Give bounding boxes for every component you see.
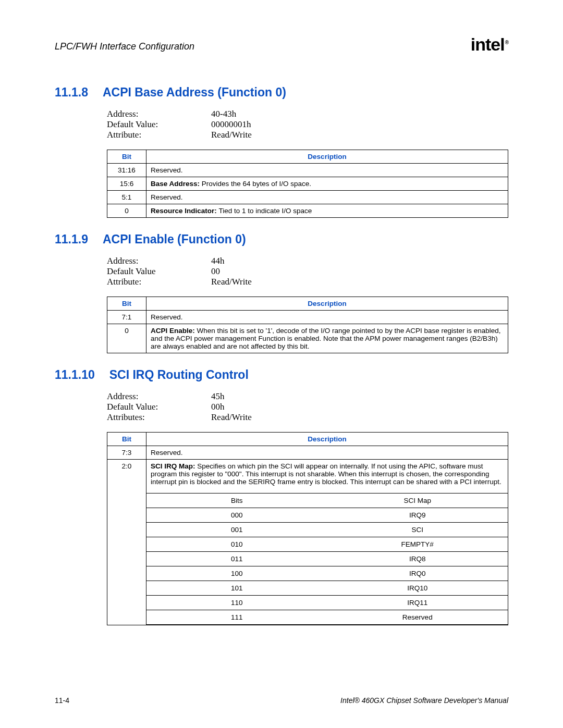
desc-bold: Resource Indicator: <box>151 207 219 215</box>
bit-table-1119: Bit Description 7:1Reserved. 0ACPI Enabl… <box>107 297 508 353</box>
sub-row: 101IRQ10 <box>146 581 508 596</box>
section-number: 11.1.10 <box>55 368 95 382</box>
section-title: ACPI Base Address (Function 0) <box>103 85 286 100</box>
attr-list-11110: Address:45h Default Value:00h Attributes… <box>107 391 508 423</box>
sub-th: SCI Map <box>327 493 508 508</box>
sub-cell: IRQ0 <box>327 566 508 581</box>
attr-label: Default Value <box>107 266 211 277</box>
bit-cell: 31:16 <box>107 164 146 177</box>
intel-logo-text: intel <box>471 34 505 54</box>
table-row: 7:1Reserved. <box>107 311 508 324</box>
section-heading-11110: 11.1.10 SCI IRQ Routing Control <box>55 368 508 382</box>
sub-row: 001SCI <box>146 523 508 537</box>
sub-cell: 110 <box>146 596 327 610</box>
attr-value: 45h <box>211 391 225 402</box>
sub-cell: FEMPTY# <box>327 537 508 552</box>
sci-map-table: BitsSCI Map 000IRQ9 001SCI 010FEMPTY# 01… <box>146 493 508 625</box>
th-desc: Description <box>146 433 508 446</box>
sub-row: 110IRQ11 <box>146 596 508 610</box>
desc-cell: Resource Indicator: Tied to 1 to indicat… <box>146 204 508 218</box>
sub-cell: 000 <box>146 508 327 523</box>
header-title: LPC/FWH Interface Configuration <box>55 41 194 52</box>
section-heading-1118: 11.1.8 ACPI Base Address (Function 0) <box>55 85 508 100</box>
sub-cell: IRQ8 <box>327 552 508 566</box>
section-heading-1119: 11.1.9 ACPI Enable (Function 0) <box>55 232 508 246</box>
attr-value: 00h <box>211 402 225 412</box>
bit-cell: 0 <box>107 204 146 218</box>
th-bit: Bit <box>107 297 146 311</box>
desc-text: When this bit is set to '1', decode of t… <box>151 327 501 350</box>
table-row: 5:1Reserved. <box>107 191 508 204</box>
attr-value: Read/Write <box>211 412 252 423</box>
desc-text: Provides the 64 bytes of I/O space. <box>202 180 311 188</box>
desc-bold: SCI IRQ Map: <box>151 462 197 470</box>
desc-text: Reserved. <box>151 193 183 201</box>
desc-text: Reserved. <box>151 166 183 174</box>
sub-cell: IRQ10 <box>327 581 508 596</box>
th-desc: Description <box>146 150 508 164</box>
page-header: LPC/FWH Interface Configuration intel® <box>55 36 508 57</box>
sub-row: 010FEMPTY# <box>146 537 508 552</box>
bit-cell: 7:3 <box>107 446 146 460</box>
attr-value: 00000001h <box>211 119 251 130</box>
bit-cell: 0 <box>107 324 146 353</box>
sub-cell: SCI <box>327 523 508 537</box>
sub-cell: 101 <box>146 581 327 596</box>
page-footer: 11-4 Intel® 460GX Chipset Software Devel… <box>55 696 508 705</box>
attr-value: 44h <box>211 256 225 266</box>
bit-table-1118: Bit Description 31:16Reserved. 15:6Base … <box>107 150 508 218</box>
desc-cell-nested: SCI IRQ Map: Specifies on which pin the … <box>146 460 508 625</box>
sub-th: Bits <box>146 493 327 508</box>
attr-value: 40-43h <box>211 109 236 119</box>
attr-value: 00 <box>211 266 220 277</box>
sub-cell: 111 <box>146 610 327 625</box>
desc-text: Specifies on which pin the SCI will appe… <box>151 462 501 486</box>
section-number: 11.1.8 <box>55 85 88 100</box>
page: LPC/FWH Interface Configuration intel® 1… <box>0 0 563 728</box>
attr-label: Address: <box>107 109 211 119</box>
desc-cell: Reserved. <box>146 311 508 324</box>
bit-cell: 7:1 <box>107 311 146 324</box>
attr-label: Attributes: <box>107 412 211 423</box>
attr-label: Address: <box>107 256 211 266</box>
bit-table-11110: Bit Description 7:3Reserved. 2:0 SCI IRQ… <box>107 432 508 625</box>
th-desc: Description <box>146 297 508 311</box>
desc-text: Reserved. <box>151 449 183 456</box>
sub-cell: 010 <box>146 537 327 552</box>
sub-row: 111Reserved <box>146 610 508 625</box>
desc-bold: ACPI Enable: <box>151 327 197 335</box>
sub-cell: Reserved <box>327 610 508 625</box>
intel-logo: intel® <box>471 34 508 55</box>
section-title: SCI IRQ Routing Control <box>109 368 249 382</box>
section-title: ACPI Enable (Function 0) <box>103 232 246 246</box>
attr-label: Attribute: <box>107 277 211 287</box>
sub-row: 011IRQ8 <box>146 552 508 566</box>
th-bit: Bit <box>107 433 146 446</box>
table-row: 7:3Reserved. <box>107 446 508 460</box>
attr-value: Read/Write <box>211 130 252 140</box>
table-row: 0Resource Indicator: Tied to 1 to indica… <box>107 204 508 218</box>
footer-page-number: 11-4 <box>55 696 69 705</box>
desc-bold: Base Address: <box>151 180 202 188</box>
attr-label: Default Value: <box>107 119 211 130</box>
bit-cell: 2:0 <box>107 460 146 625</box>
sub-row: 100IRQ0 <box>146 566 508 581</box>
attr-label: Address: <box>107 391 211 402</box>
intel-logo-reg: ® <box>505 40 508 45</box>
sub-cell: 001 <box>146 523 327 537</box>
sub-cell: 100 <box>146 566 327 581</box>
table-row: 31:16Reserved. <box>107 164 508 177</box>
sub-cell: 011 <box>146 552 327 566</box>
bit-cell: 15:6 <box>107 177 146 191</box>
desc-text: Tied to 1 to indicate I/O space <box>219 207 312 215</box>
table-row: 2:0 SCI IRQ Map: Specifies on which pin … <box>107 460 508 625</box>
attr-label: Attribute: <box>107 130 211 140</box>
desc-cell: Base Address: Provides the 64 bytes of I… <box>146 177 508 191</box>
footer-manual-title: Intel® 460GX Chipset Software Developer'… <box>340 696 508 705</box>
section-number: 11.1.9 <box>55 232 88 246</box>
attr-list-1118: Address:40-43h Default Value:00000001h A… <box>107 109 508 140</box>
attr-value: Read/Write <box>211 277 252 287</box>
table-row: 0ACPI Enable: When this bit is set to '1… <box>107 324 508 353</box>
bit-cell: 5:1 <box>107 191 146 204</box>
desc-text: Reserved. <box>151 313 183 321</box>
